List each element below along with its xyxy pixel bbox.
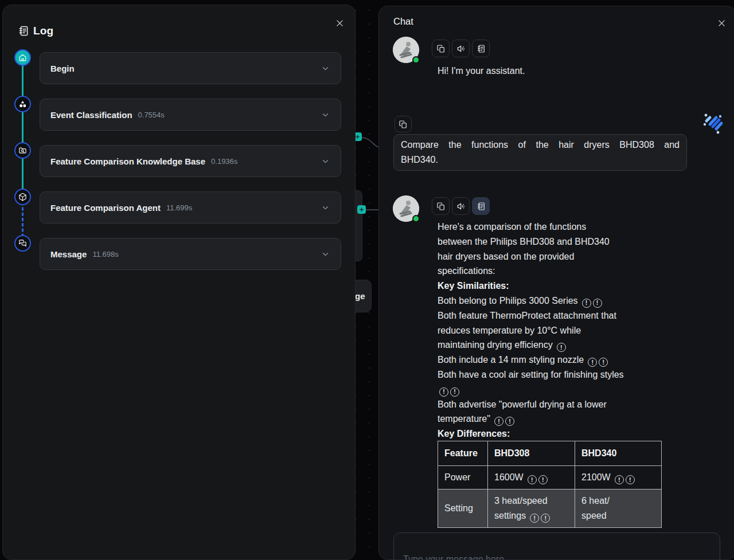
- log-step-feature-comparison-knowledge-base[interactable]: Feature Comparison Knowledge Base0.1936s: [40, 145, 341, 177]
- table-cell: 2100W!!: [575, 466, 662, 489]
- step-label: Begin: [50, 64, 75, 73]
- close-icon: [717, 18, 727, 28]
- step-duration: 0.7554s: [138, 111, 165, 119]
- table-cell: 3 heat/speed settings!!: [488, 489, 575, 528]
- assistant-message-line: hair dryers based on the provided: [438, 249, 662, 264]
- timeline-line-solid: [22, 57, 24, 197]
- step-duration: 0.1936s: [211, 157, 237, 166]
- cube-icon: [14, 189, 31, 205]
- assistant-message-line: Both have a cool air setting for finishi…: [438, 367, 662, 382]
- assistant-message-line: Key Similarities:: [438, 279, 662, 293]
- citation-icon[interactable]: !: [593, 299, 602, 308]
- table-header-cell: BHD308: [488, 441, 575, 466]
- user-message-bubble: Compare the functions of the hair dryers…: [393, 134, 687, 171]
- log-toggle-button[interactable]: [472, 40, 490, 57]
- assistant-message-line: specifications:: [438, 264, 662, 279]
- copy-button[interactable]: [432, 40, 450, 57]
- assistant-message-line: maintaining drying efficiency!: [438, 338, 662, 353]
- table-row: Setting3 heat/speed settings!!6 heat/ sp…: [438, 489, 662, 528]
- log-header: Log: [18, 25, 53, 37]
- notebook-icon: [477, 202, 486, 211]
- plus-handle-icon[interactable]: +: [357, 205, 366, 214]
- assistant-message-line: reduces temperature by 10°C while: [438, 323, 662, 338]
- home-icon: [14, 49, 31, 66]
- chat-input-container: [393, 532, 720, 560]
- chevron-down-icon: [321, 203, 330, 213]
- plus-glyph: +: [360, 206, 364, 213]
- table-cell: 6 heat/ speed: [575, 489, 662, 528]
- brand-logo-icon: [699, 108, 727, 136]
- assistant-message-line: Both advertise "powerful drying at a low…: [438, 397, 662, 412]
- speak-button[interactable]: [452, 197, 470, 215]
- citation-icon[interactable]: !: [626, 475, 635, 484]
- log-step-event-classification[interactable]: Event Classification0.7554s: [40, 99, 341, 131]
- citation-icon[interactable]: !: [439, 387, 448, 397]
- citation-icon[interactable]: !: [494, 417, 503, 426]
- plus-glyph: +: [356, 133, 360, 140]
- assistant-message-line: Both belong to Philips 3000 Series!!: [438, 293, 662, 308]
- notebook-icon: [477, 44, 486, 53]
- log-step-message[interactable]: Message11.698s: [40, 238, 341, 270]
- citation-icon[interactable]: !: [557, 343, 566, 352]
- step-label: Event Classification: [50, 110, 132, 120]
- citation-icon[interactable]: !: [615, 475, 624, 484]
- log-panel: Log BeginEvent Classification0.7554sFeat…: [2, 5, 356, 560]
- table-row: Power1600W!!2100W!!: [438, 466, 662, 489]
- log-step-begin[interactable]: Begin: [40, 52, 341, 84]
- citation-icon[interactable]: !: [530, 514, 539, 523]
- chat-panel: Chat Hi! I'm your assistant. Compare the…: [378, 6, 734, 560]
- citation-icon[interactable]: !: [538, 475, 548, 484]
- table-cell: 1600W!!: [488, 466, 575, 489]
- step-label: Feature Comparison Knowledge Base: [50, 156, 205, 166]
- citation-icon[interactable]: !: [541, 514, 550, 523]
- chevron-down-icon: [321, 110, 330, 120]
- message-actions: [432, 197, 490, 215]
- online-status-dot: [412, 56, 420, 64]
- chevron-down-icon: [321, 64, 330, 73]
- assistant-message-line: Both feature ThermoProtect attachment th…: [438, 308, 662, 323]
- step-label: Message: [50, 249, 87, 259]
- table-header-row: FeatureBHD308BHD340: [438, 441, 662, 466]
- copy-icon: [399, 120, 408, 129]
- citation-icon[interactable]: !: [599, 358, 608, 367]
- assistant-message-line: Key Differences:: [438, 426, 662, 441]
- copy-button[interactable]: [432, 197, 450, 215]
- citation-icon[interactable]: !: [582, 299, 591, 308]
- assistant-message-body: Here's a comparison of the functionsbetw…: [438, 220, 662, 441]
- citation-icon[interactable]: !: [528, 475, 537, 484]
- log-title: Log: [33, 25, 53, 37]
- online-status-dot: [412, 215, 420, 222]
- assistant-message-line: !!: [438, 382, 662, 397]
- citation-icon[interactable]: !: [450, 387, 459, 397]
- copy-icon: [436, 44, 446, 53]
- citation-icon[interactable]: !: [588, 358, 597, 367]
- table-cell: Setting: [438, 489, 488, 528]
- log-toggle-button[interactable]: [472, 197, 490, 215]
- assistant-message-line: between the Philips BHD308 and BHD340: [438, 234, 662, 249]
- table-cell: Power: [438, 466, 488, 489]
- message-actions: [432, 40, 490, 57]
- table-header-cell: Feature: [438, 441, 488, 466]
- table-header-cell: BHD340: [575, 441, 662, 466]
- user-message-line: BHD340.: [401, 152, 680, 167]
- log-close-button[interactable]: [331, 14, 348, 32]
- assistant-avatar: [393, 195, 419, 222]
- speak-button[interactable]: [452, 40, 470, 57]
- copy-button[interactable]: [395, 116, 412, 132]
- assistant-message-line: temperature"!!: [438, 412, 662, 426]
- comparison-table: FeatureBHD308BHD340 Power1600W!!2100W!!S…: [438, 441, 662, 528]
- citation-icon[interactable]: !: [505, 417, 514, 426]
- chat-icon: [14, 235, 31, 252]
- chat-title: Chat: [393, 16, 413, 27]
- chat-input[interactable]: [394, 533, 720, 560]
- chevron-down-icon: [321, 156, 330, 166]
- assistant-avatar: [393, 37, 419, 63]
- assistant-message-line: Here's a comparison of the functions: [438, 220, 662, 234]
- copy-icon: [436, 202, 446, 211]
- chat-close-button[interactable]: [713, 14, 730, 32]
- step-duration: 11.699s: [166, 203, 192, 212]
- assistant-greeting: Hi! I'm your assistant.: [438, 64, 525, 79]
- log-step-feature-comparison-agent[interactable]: Feature Comparison Agent11.699s: [40, 191, 341, 224]
- notebook-icon: [18, 25, 29, 37]
- speaker-icon: [456, 44, 466, 53]
